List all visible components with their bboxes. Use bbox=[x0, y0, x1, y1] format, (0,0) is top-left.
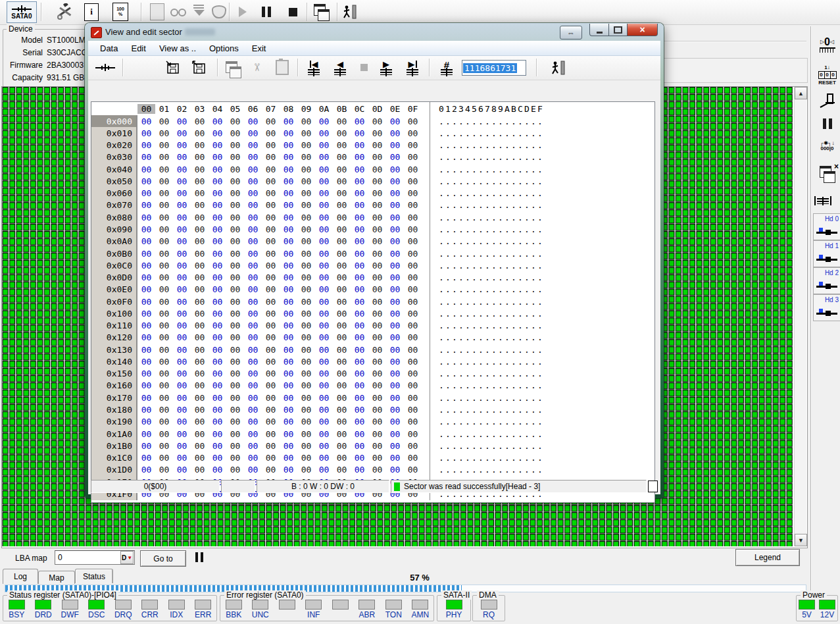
hex-byte[interactable]: 00 bbox=[280, 417, 297, 427]
hex-byte[interactable]: 00 bbox=[368, 405, 386, 415]
hex-byte[interactable]: 00 bbox=[368, 369, 386, 378]
hex-byte[interactable]: 00 bbox=[155, 273, 173, 282]
hex-byte[interactable]: 00 bbox=[244, 152, 262, 162]
hex-byte[interactable]: 00 bbox=[404, 213, 422, 222]
hex-byte[interactable]: 00 bbox=[333, 249, 351, 259]
hex-byte[interactable]: 00 bbox=[280, 117, 297, 126]
menu-edit[interactable]: Edit bbox=[124, 42, 152, 55]
hex-byte[interactable]: 00 bbox=[297, 261, 315, 271]
hex-byte[interactable]: 00 bbox=[137, 152, 155, 162]
hex-byte[interactable]: 00 bbox=[368, 429, 386, 439]
report-button[interactable] bbox=[149, 3, 166, 21]
hex-byte[interactable]: 00 bbox=[333, 357, 351, 367]
load-sector-button[interactable] bbox=[189, 57, 209, 78]
hex-byte[interactable]: 00 bbox=[368, 152, 386, 162]
hex-byte[interactable]: 00 bbox=[297, 380, 315, 390]
hex-byte[interactable]: 00 bbox=[244, 405, 262, 415]
hex-byte[interactable]: 00 bbox=[315, 273, 333, 282]
hex-byte[interactable]: 00 bbox=[244, 128, 262, 138]
hex-byte[interactable]: 00 bbox=[209, 140, 226, 150]
hex-byte[interactable]: 00 bbox=[173, 117, 191, 126]
hex-byte[interactable]: 00 bbox=[209, 332, 226, 342]
hex-byte[interactable]: 00 bbox=[244, 236, 262, 246]
hex-byte[interactable]: 00 bbox=[368, 188, 386, 198]
hex-byte[interactable]: 00 bbox=[191, 441, 209, 451]
hex-byte[interactable]: 00 bbox=[280, 188, 297, 198]
hex-byte[interactable]: 00 bbox=[191, 128, 209, 138]
smart-button[interactable]: 100% bbox=[112, 3, 129, 21]
hex-byte[interactable]: 00 bbox=[351, 380, 368, 390]
hex-byte[interactable]: 00 bbox=[191, 176, 209, 186]
hex-byte[interactable]: 00 bbox=[209, 236, 226, 246]
hex-byte[interactable]: 00 bbox=[333, 188, 351, 198]
hex-byte[interactable]: 00 bbox=[333, 453, 351, 463]
hex-byte[interactable]: 00 bbox=[191, 332, 209, 342]
hex-byte[interactable]: 00 bbox=[297, 140, 315, 150]
hex-byte[interactable]: 00 bbox=[155, 417, 173, 427]
legend-button[interactable]: Legend bbox=[735, 549, 800, 566]
hex-byte[interactable]: 00 bbox=[333, 117, 351, 126]
hex-byte[interactable]: 00 bbox=[404, 188, 422, 198]
hex-byte[interactable]: 00 bbox=[137, 188, 155, 198]
hex-byte[interactable]: 00 bbox=[155, 405, 173, 415]
hex-byte[interactable]: 00 bbox=[173, 224, 191, 234]
hex-byte[interactable]: 00 bbox=[262, 261, 280, 271]
hex-byte[interactable]: 00 bbox=[191, 117, 209, 126]
hex-byte[interactable]: 00 bbox=[262, 429, 280, 439]
hex-byte[interactable]: 00 bbox=[368, 321, 386, 330]
hex-byte[interactable]: 00 bbox=[191, 273, 209, 282]
drive-button[interactable] bbox=[93, 57, 117, 78]
hex-byte[interactable]: 00 bbox=[333, 332, 351, 342]
hex-byte[interactable]: 00 bbox=[262, 284, 280, 294]
hex-byte[interactable]: 00 bbox=[351, 297, 368, 307]
hex-byte[interactable]: 00 bbox=[333, 441, 351, 451]
tools-button[interactable] bbox=[55, 3, 75, 21]
hex-byte[interactable]: 00 bbox=[404, 405, 422, 415]
hex-byte[interactable]: 00 bbox=[386, 188, 404, 198]
hex-byte[interactable]: 00 bbox=[155, 297, 173, 307]
hex-byte[interactable]: 00 bbox=[386, 429, 404, 439]
menu-options[interactable]: Options bbox=[203, 42, 245, 55]
hex-byte[interactable]: 00 bbox=[404, 332, 422, 342]
hex-byte[interactable]: 00 bbox=[297, 465, 315, 475]
hex-byte[interactable]: 00 bbox=[226, 152, 244, 162]
hex-byte[interactable]: 00 bbox=[404, 140, 422, 150]
hex-byte[interactable]: 00 bbox=[155, 200, 173, 210]
start-button[interactable] bbox=[234, 3, 251, 21]
hex-byte[interactable]: 00 bbox=[173, 236, 191, 246]
hex-byte[interactable]: 00 bbox=[351, 369, 368, 378]
hex-byte[interactable]: 00 bbox=[226, 284, 244, 294]
hex-byte[interactable]: 00 bbox=[333, 393, 351, 403]
hex-byte[interactable]: 00 bbox=[333, 309, 351, 319]
hex-byte[interactable]: 00 bbox=[209, 261, 226, 271]
hex-byte[interactable]: 00 bbox=[173, 261, 191, 271]
hex-byte[interactable]: 00 bbox=[386, 117, 404, 126]
hex-byte[interactable]: 00 bbox=[297, 405, 315, 415]
hex-byte[interactable]: 00 bbox=[386, 284, 404, 294]
hex-byte[interactable]: 00 bbox=[386, 380, 404, 390]
hex-byte[interactable]: 00 bbox=[173, 345, 191, 355]
hex-byte[interactable]: 00 bbox=[386, 236, 404, 246]
hex-byte[interactable]: 00 bbox=[404, 128, 422, 138]
hex-byte[interactable]: 00 bbox=[386, 165, 404, 174]
hex-byte[interactable]: 00 bbox=[386, 224, 404, 234]
hex-byte[interactable]: 00 bbox=[404, 321, 422, 330]
hex-byte[interactable]: 00 bbox=[333, 380, 351, 390]
hex-byte[interactable]: 00 bbox=[386, 176, 404, 186]
hex-byte[interactable]: 00 bbox=[155, 188, 173, 198]
hex-byte[interactable]: 00 bbox=[280, 345, 297, 355]
hex-byte[interactable]: 00 bbox=[155, 453, 173, 463]
hex-byte[interactable]: 00 bbox=[404, 165, 422, 174]
hex-byte[interactable]: 00 bbox=[137, 261, 155, 271]
hex-byte[interactable]: 00 bbox=[404, 417, 422, 427]
hex-byte[interactable]: 00 bbox=[297, 369, 315, 378]
last-sector-button[interactable]: ▶ bbox=[401, 57, 424, 78]
hex-byte[interactable]: 00 bbox=[173, 321, 191, 330]
hex-byte[interactable]: 00 bbox=[297, 117, 315, 126]
hex-byte[interactable]: 00 bbox=[137, 128, 155, 138]
hex-byte[interactable]: 00 bbox=[333, 165, 351, 174]
hex-byte[interactable]: 00 bbox=[155, 236, 173, 246]
hex-byte[interactable]: 00 bbox=[404, 249, 422, 259]
hex-byte[interactable]: 00 bbox=[297, 393, 315, 403]
hex-byte[interactable]: 00 bbox=[191, 309, 209, 319]
